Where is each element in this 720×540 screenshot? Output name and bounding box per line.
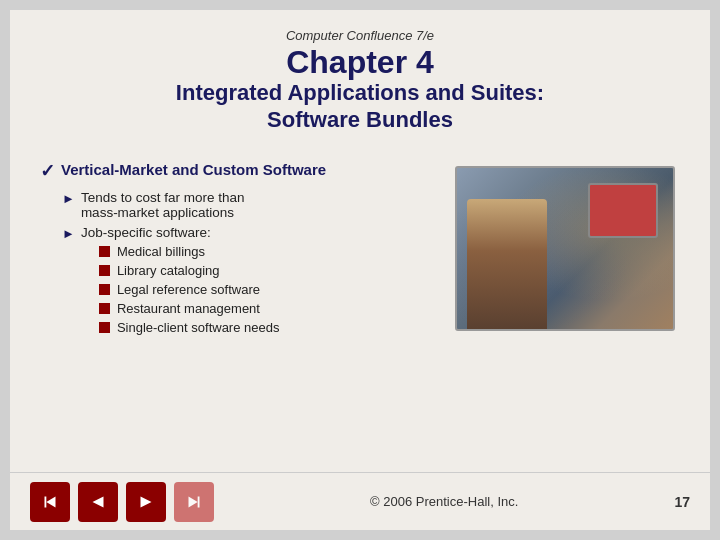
bottom-bar: © 2006 Prentice-Hall, Inc. 17 bbox=[10, 472, 710, 530]
forward-button[interactable] bbox=[126, 482, 166, 522]
svg-marker-1 bbox=[46, 496, 55, 507]
last-icon bbox=[183, 491, 205, 513]
forward-icon bbox=[135, 491, 157, 513]
square-icon-1 bbox=[99, 265, 110, 276]
nav-buttons bbox=[30, 482, 214, 522]
page-number: 17 bbox=[674, 494, 690, 510]
sub-item-label-2: Legal reference software bbox=[117, 282, 260, 297]
square-icon-2 bbox=[99, 284, 110, 295]
slide-image bbox=[455, 166, 675, 331]
first-button[interactable] bbox=[30, 482, 70, 522]
text-content: ✓ Vertical-Market and Custom Software ► … bbox=[40, 161, 440, 470]
bullet-item-2: ► Job-specific software: Medical billing… bbox=[62, 225, 430, 339]
sub-item-label-3: Restaurant management bbox=[117, 301, 260, 316]
slide-title-line2: Software Bundles bbox=[267, 107, 453, 132]
svg-marker-0 bbox=[45, 496, 47, 507]
last-button[interactable] bbox=[174, 482, 214, 522]
svg-marker-4 bbox=[198, 496, 200, 507]
sub-item-2: Legal reference software bbox=[99, 282, 280, 297]
first-icon bbox=[39, 491, 61, 513]
slide-header: Computer Confluence 7/e Chapter 4 Integr… bbox=[40, 28, 680, 147]
image-area bbox=[450, 161, 680, 470]
check-label: Vertical-Market and Custom Software bbox=[61, 161, 326, 178]
checkmark-icon: ✓ bbox=[40, 160, 55, 182]
sub-item-label-1: Library cataloging bbox=[117, 263, 220, 278]
bullet2-label: Job-specific software: bbox=[81, 225, 211, 240]
sub-list: Medical billings Library cataloging Lega… bbox=[99, 244, 280, 335]
sub-item-4: Single-client software needs bbox=[99, 320, 280, 335]
back-button[interactable] bbox=[78, 482, 118, 522]
bullet1-text: Tends to cost far more than mass-market … bbox=[81, 190, 245, 220]
square-icon-0 bbox=[99, 246, 110, 257]
image-person bbox=[467, 199, 547, 329]
content-area: ✓ Vertical-Market and Custom Software ► … bbox=[40, 161, 680, 470]
sub-item-1: Library cataloging bbox=[99, 263, 280, 278]
sub-item-3: Restaurant management bbox=[99, 301, 280, 316]
back-icon bbox=[87, 491, 109, 513]
square-icon-3 bbox=[99, 303, 110, 314]
sub-item-label-4: Single-client software needs bbox=[117, 320, 280, 335]
svg-marker-3 bbox=[141, 496, 152, 507]
subtitle: Computer Confluence 7/e bbox=[40, 28, 680, 43]
arrow-icon-2: ► bbox=[62, 226, 75, 241]
check-item: ✓ Vertical-Market and Custom Software bbox=[40, 161, 430, 182]
bullet-item-1: ► Tends to cost far more than mass-marke… bbox=[62, 190, 430, 220]
svg-marker-5 bbox=[189, 496, 198, 507]
slide-title-line1: Integrated Applications and Suites: bbox=[176, 80, 544, 105]
sub-item-0: Medical billings bbox=[99, 244, 280, 259]
copyright: © 2006 Prentice-Hall, Inc. bbox=[370, 494, 518, 509]
chapter-title: Chapter 4 bbox=[40, 45, 680, 80]
sub-item-label-0: Medical billings bbox=[117, 244, 205, 259]
slide-title: Integrated Applications and Suites: Soft… bbox=[40, 80, 680, 133]
image-screen bbox=[588, 183, 658, 238]
arrow-icon-1: ► bbox=[62, 191, 75, 206]
slide: Computer Confluence 7/e Chapter 4 Integr… bbox=[10, 10, 710, 530]
bullet-list: ► Tends to cost far more than mass-marke… bbox=[62, 190, 430, 339]
svg-marker-2 bbox=[93, 496, 104, 507]
square-icon-4 bbox=[99, 322, 110, 333]
